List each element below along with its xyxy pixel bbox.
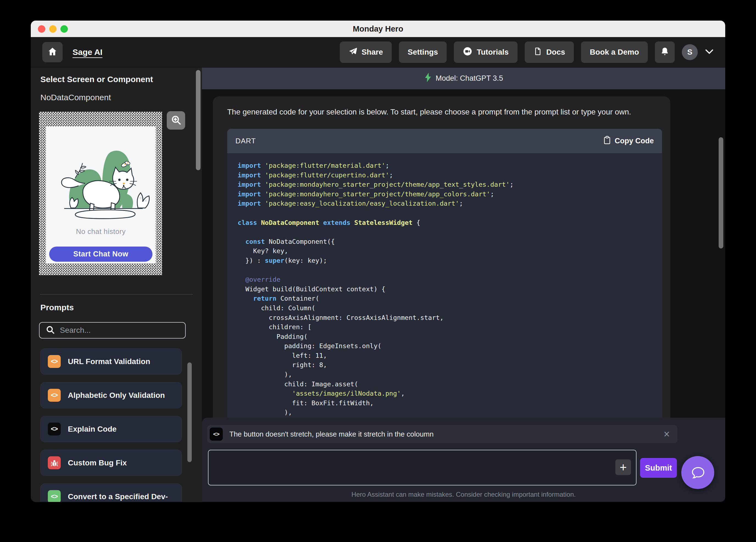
code-content: import 'package:flutter/material.dart';i… [227, 153, 662, 424]
code-line: ), [238, 408, 652, 417]
code-line: import 'package:flutter/material.dart'; [238, 161, 652, 171]
share-icon [349, 47, 357, 58]
app-window: Monday Hero Sage AI Share Settings Tutor… [31, 21, 725, 502]
submit-button[interactable]: Submit [640, 458, 677, 478]
main-scrollbar[interactable] [719, 137, 723, 249]
sidebar-divider [40, 294, 193, 294]
docs-label: Docs [546, 48, 565, 57]
code-line: const NoDataComponent({ [238, 237, 652, 247]
code-line: return Container( [238, 294, 652, 303]
cat-illustration [46, 129, 156, 227]
prompt-card-url-format-validation[interactable]: <>URL Format Validation [40, 348, 182, 374]
chevron-down-icon [705, 49, 714, 56]
intro-text: The generated code for your selection is… [227, 108, 664, 116]
code-line: left: 11, [238, 351, 652, 360]
prompt-card-convert-to-a-specified-dev[interactable]: <>Convert to a Specified Dev- [40, 483, 182, 502]
avatar-initial: S [687, 48, 693, 57]
code-icon: <> [48, 422, 61, 435]
code-line [238, 227, 652, 237]
message-composer [208, 450, 637, 485]
search-icon [46, 325, 55, 335]
suggestion-chip-text: The button doesn't stretch, please make … [229, 430, 433, 438]
clipboard-icon [603, 136, 611, 146]
chat-fab-button[interactable] [681, 456, 714, 489]
code-line: fit: BoxFit.fitWidth, [238, 398, 652, 408]
brand-link[interactable]: Sage AI [73, 48, 102, 57]
prompt-list: <>URL Format Validation<>Alphabetic Only… [40, 348, 182, 502]
tutorials-button[interactable]: Tutorials [454, 41, 517, 63]
code-line: child: Column( [238, 303, 652, 313]
account-menu-toggle[interactable] [705, 49, 714, 56]
prompt-search[interactable] [39, 322, 186, 338]
code-line: padding: EdgeInsets.only( [238, 341, 652, 351]
navbar: Sage AI Share Settings Tutorials Docs Bo… [31, 37, 725, 68]
video-icon [463, 46, 473, 58]
code-icon: <> [210, 427, 223, 441]
copy-code-label: Copy Code [615, 137, 654, 145]
zoom-in-icon [171, 115, 182, 127]
start-chat-now-button: Start Chat Now [49, 247, 152, 262]
prompt-label: Custom Bug Fix [68, 458, 127, 467]
code-line [238, 209, 652, 218]
model-bar: Model: ChatGPT 3.5 [202, 68, 725, 89]
share-button[interactable]: Share [340, 41, 392, 63]
code-language-label: DART [235, 137, 256, 145]
zoom-preview-button[interactable] [167, 111, 185, 130]
notifications-button[interactable] [655, 41, 675, 63]
lightning-icon [424, 73, 432, 84]
code-line: class NoDataComponent extends StatelessW… [238, 218, 652, 228]
prompt-card-custom-bug-fix[interactable]: Custom Bug Fix [40, 450, 182, 476]
prompts-heading: Prompts [40, 303, 74, 312]
bug-icon [48, 456, 61, 469]
model-label: Model: ChatGPT 3.5 [436, 74, 503, 83]
message-input[interactable] [209, 450, 636, 485]
preview-card: No chat history Start Chat Now [46, 126, 156, 264]
code-line: @override [238, 275, 652, 284]
code-line: 'assets/images/ilNodata.png', [238, 389, 652, 398]
code-icon: <> [48, 355, 61, 368]
code-line: import 'package:flutter/cupertino.dart'; [238, 171, 652, 180]
code-line: import 'package:mondayhero_starter_proje… [238, 180, 652, 190]
code-line: Widget build(BuildContext context) { [238, 284, 652, 294]
no-chat-history-text: No chat history [46, 227, 156, 236]
prompt-label: Explain Code [68, 425, 116, 433]
prompt-card-explain-code[interactable]: <>Explain Code [40, 416, 182, 442]
titlebar: Monday Hero [31, 21, 725, 37]
prompt-card-alphabetic-only-validation[interactable]: <>Alphabetic Only Validation [40, 382, 182, 408]
search-input[interactable] [60, 326, 179, 335]
code-line: child: Image.asset( [238, 379, 652, 389]
select-screen-heading: Select Screen or Component [40, 75, 153, 84]
code-line: }) : super(key: key); [238, 256, 652, 266]
suggestion-chip[interactable]: <> The button doesn't stretch, please ma… [207, 425, 677, 443]
settings-button[interactable]: Settings [399, 41, 447, 63]
home-icon [48, 47, 57, 58]
code-line: Key? key, [238, 246, 652, 256]
prompt-label: URL Format Validation [68, 357, 150, 366]
sidebar-scrollbar[interactable] [196, 70, 201, 170]
code-line: crossAxisAlignment: CrossAxisAlignment.s… [238, 313, 652, 322]
code-line: import 'package:mondayhero_starter_proje… [238, 190, 652, 199]
footer-disclaimer: Hero Assistant can make mistakes. Consid… [202, 491, 725, 498]
share-label: Share [362, 48, 383, 57]
book-demo-button[interactable]: Book a Demo [581, 41, 648, 63]
attach-button[interactable]: + [615, 459, 631, 475]
document-icon [533, 47, 542, 58]
settings-label: Settings [408, 48, 438, 57]
prompt-label: Convert to a Specified Dev- [68, 492, 168, 501]
code-line: import 'package:easy_localization/easy_l… [238, 199, 652, 209]
code-icon: <> [48, 490, 61, 502]
window-title: Monday Hero [31, 21, 725, 37]
docs-button[interactable]: Docs [525, 41, 574, 63]
component-preview: No chat history Start Chat Now [39, 112, 162, 275]
code-line: Padding( [238, 332, 652, 341]
book-demo-label: Book a Demo [590, 48, 639, 57]
close-icon[interactable]: × [664, 429, 670, 439]
code-line: children: [ [238, 322, 652, 332]
copy-code-button[interactable]: Copy Code [603, 136, 654, 146]
home-button[interactable] [42, 42, 63, 62]
avatar[interactable]: S [682, 44, 698, 60]
code-line [238, 266, 652, 275]
code-line: ), [238, 370, 652, 379]
prompt-list-scrollbar[interactable] [187, 362, 192, 462]
bell-icon [660, 47, 669, 58]
